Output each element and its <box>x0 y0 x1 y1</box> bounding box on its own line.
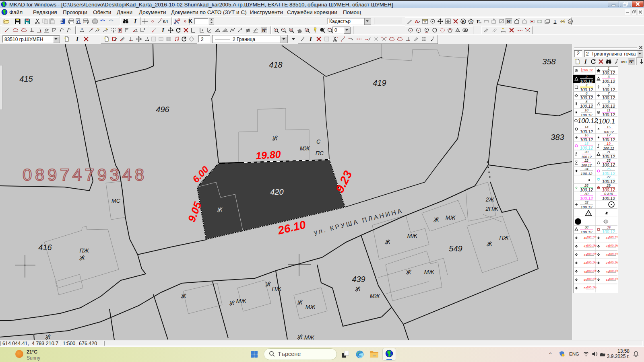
svg-text:ТИП: ТИП <box>620 60 626 64</box>
svg-text:100.12: 100.12 <box>580 113 592 117</box>
svg-text:100.12: 100.12 <box>578 117 598 124</box>
svg-text:358: 358 <box>542 57 555 66</box>
svg-text:МЖ: МЖ <box>446 214 456 221</box>
svg-text:100.1½: 100.1½ <box>586 286 597 289</box>
svg-text:A: A <box>470 20 472 23</box>
svg-text:30: 30 <box>584 192 588 196</box>
svg-text:420: 420 <box>270 187 283 196</box>
svg-text:32: 32 <box>584 200 588 204</box>
svg-text:25: 25 <box>606 167 611 171</box>
svg-text:F: F <box>477 19 480 25</box>
svg-text:N°: N° <box>629 60 634 64</box>
svg-text:16: 16 <box>584 133 588 137</box>
svg-text:100.1½: 100.1½ <box>609 235 618 239</box>
svg-text:15: 15 <box>607 125 611 129</box>
svg-text:383: 383 <box>551 133 564 142</box>
svg-text:ПЖ: ПЖ <box>500 234 509 241</box>
svg-text:100.12: 100.12 <box>602 196 615 201</box>
svg-text:100.1½: 100.1½ <box>586 261 597 264</box>
svg-text:20: 20 <box>584 150 588 154</box>
svg-text:0897479348: 0897479348 <box>23 165 147 184</box>
svg-text:N°: N° <box>262 28 266 33</box>
svg-text:22: 22 <box>584 158 588 162</box>
svg-text:100.12: 100.12 <box>580 205 592 209</box>
svg-text:419: 419 <box>373 78 386 87</box>
svg-text:МС: МС <box>111 197 121 204</box>
svg-text:d: d <box>81 27 83 31</box>
svg-text:МЖ: МЖ <box>424 269 435 275</box>
svg-text:14: 14 <box>584 125 588 129</box>
svg-text:5: 5 <box>608 83 610 87</box>
svg-text:100.1½: 100.1½ <box>609 277 618 281</box>
svg-text:27: 27 <box>606 175 611 179</box>
svg-text:z: z <box>144 27 145 30</box>
svg-text:496: 496 <box>156 105 169 114</box>
svg-text:МЖ: МЖ <box>304 334 315 340</box>
svg-text:23: 23 <box>606 158 611 162</box>
svg-text:10: 10 <box>584 108 588 112</box>
svg-text:100.1½: 100.1½ <box>586 277 597 281</box>
svg-text:МЖ: МЖ <box>407 232 418 239</box>
svg-text:ПС: ПС <box>316 150 324 156</box>
svg-text:18: 18 <box>584 142 588 146</box>
svg-text:ПЖ: ПЖ <box>272 286 282 292</box>
svg-text:100.1: 100.1 <box>599 117 615 125</box>
svg-text:2: 2 <box>424 21 426 24</box>
svg-text:КЛ: КЛ <box>163 19 168 24</box>
svg-text:17: 17 <box>607 133 611 137</box>
svg-text:100.1½: 100.1½ <box>586 269 597 273</box>
svg-text:39: 39 <box>607 225 611 229</box>
svg-text:2ПЖ: 2ПЖ <box>485 206 499 212</box>
svg-text:418: 418 <box>269 60 282 69</box>
svg-text:29: 29 <box>606 183 611 187</box>
svg-text:100.1½: 100.1½ <box>609 244 618 247</box>
svg-text:7: 7 <box>608 91 610 95</box>
svg-text:I: I <box>161 27 165 33</box>
svg-text:I: I <box>309 36 312 42</box>
svg-text:1: 1 <box>554 18 557 24</box>
svg-text:100.1½: 100.1½ <box>609 252 618 256</box>
svg-text:!: ! <box>563 354 564 356</box>
svg-text:100.1½: 100.1½ <box>586 235 597 239</box>
svg-text:100.12: 100.12 <box>602 112 615 117</box>
svg-text:100.12: 100.12 <box>602 229 615 234</box>
svg-text:100.12: 100.12 <box>580 230 592 234</box>
svg-text:19.80: 19.80 <box>255 148 281 161</box>
svg-text:549: 549 <box>449 244 462 253</box>
svg-text:МЖ: МЖ <box>370 293 380 299</box>
svg-text:N°: N° <box>507 19 511 24</box>
svg-text:100.1½: 100.1½ <box>609 261 618 264</box>
svg-text:9: 9 <box>608 100 610 104</box>
svg-text:100.1½: 100.1½ <box>586 252 597 256</box>
svg-text:I: I <box>584 58 587 65</box>
svg-text:100.1½: 100.1½ <box>609 269 618 273</box>
svg-text:439: 439 <box>352 275 365 284</box>
svg-text:416: 416 <box>38 243 52 252</box>
svg-text:24: 24 <box>584 167 588 171</box>
svg-text:4: 4 <box>586 83 588 87</box>
svg-text:2Ж: 2Ж <box>485 196 495 203</box>
svg-text:МЖ: МЖ <box>236 298 247 304</box>
svg-text:6: 6 <box>586 91 588 95</box>
svg-text:R: R <box>462 20 465 24</box>
svg-text:100.12: 100.12 <box>580 171 592 176</box>
svg-text:8: 8 <box>586 100 588 104</box>
svg-text:19: 19 <box>607 142 611 146</box>
svg-text:I: I <box>134 18 137 25</box>
svg-text:P: P <box>119 29 121 33</box>
svg-text:28: 28 <box>584 183 588 187</box>
svg-text:p: p <box>570 20 572 24</box>
svg-text:МЖ: МЖ <box>305 304 316 310</box>
svg-text:STOP: STOP <box>93 21 97 23</box>
svg-text:100.12: 100.12 <box>582 68 593 72</box>
svg-text:2: 2 <box>585 75 588 79</box>
svg-text:0.310: 0.310 <box>604 192 613 196</box>
svg-text:100.1½: 100.1½ <box>586 244 597 247</box>
svg-text:3: 3 <box>608 75 610 79</box>
svg-text:415: 415 <box>19 74 33 83</box>
svg-text:1: 1 <box>608 66 610 70</box>
svg-text:ПЖ: ПЖ <box>80 247 89 254</box>
svg-text:21: 21 <box>606 150 611 154</box>
svg-text:МЖ: МЖ <box>300 145 310 152</box>
svg-text:С: С <box>316 138 321 145</box>
